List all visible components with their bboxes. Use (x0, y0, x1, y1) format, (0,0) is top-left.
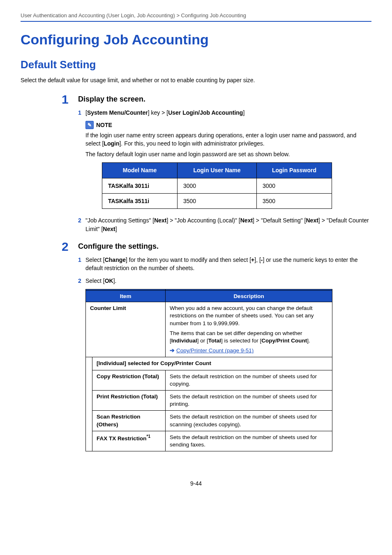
substep-number: 2 (78, 277, 81, 285)
table-row: Counter Limit When you add a new account… (86, 302, 332, 357)
login-th-model: Model Name (102, 163, 178, 178)
substep-number: 1 (78, 256, 81, 264)
step-number: 2 (62, 240, 69, 254)
note-paragraph: If the login user name entry screen appe… (85, 131, 371, 148)
desc-th-item: Item (86, 291, 166, 302)
table-row: Scan Restriction (Others) Sets the defau… (86, 411, 332, 431)
step-title: Configure the settings. (78, 242, 371, 251)
substep-number: 1 (78, 109, 81, 117)
top-divider (21, 21, 371, 22)
step-title: Display the screen. (78, 95, 371, 104)
table-row: TASKalfa 3011i 3000 3000 (102, 178, 332, 193)
note-label: NOTE (96, 121, 112, 129)
note-heading: NOTE (85, 121, 371, 129)
substep-number: 2 (78, 216, 81, 224)
substep-1-1: 1 [System Menu/Counter] key > [User Logi… (78, 109, 371, 117)
intro-text: Select the default value for usage limit… (21, 77, 371, 83)
arrow-icon: ➔ (170, 347, 175, 354)
table-row: Print Restriction (Total) Sets the defau… (86, 391, 332, 411)
login-table: Model Name Login User Name Login Passwor… (102, 162, 332, 209)
cross-ref-link[interactable]: ➔Copy/Printer Count (page 9-51) (170, 347, 328, 354)
step-1: 1 Display the screen. 1 [System Menu/Cou… (78, 95, 371, 233)
note-paragraph-2: The factory default login user name and … (85, 150, 371, 158)
table-row: Copy Restriction (Total) Sets the defaul… (86, 370, 332, 390)
login-th-pass: Login Password (256, 163, 332, 178)
note-icon (85, 121, 94, 129)
substep-1-2: 2 "Job Accounting Settings" [Next] > "Jo… (78, 216, 371, 233)
desc-th-desc: Description (166, 291, 332, 302)
table-subheader-row: [Individual] selected for Copy/Printer C… (86, 357, 332, 370)
page-number: 9-44 (21, 480, 371, 487)
substep-2-1: 1 Select [Change] for the item you want … (78, 256, 371, 273)
breadcrumb: User Authentication and Accounting (User… (21, 12, 371, 18)
note-block: NOTE If the login user name entry screen… (85, 121, 371, 209)
section-title: Default Setting (21, 58, 371, 71)
table-row: FAX TX Restriction*1 Sets the default re… (86, 431, 332, 451)
substep-2-2: 2 Select [OK]. (78, 277, 371, 285)
page-title: Configuring Job Accounting (21, 32, 371, 48)
table-row: TASKalfa 3511i 3500 3500 (102, 194, 332, 209)
login-th-user: Login User Name (178, 163, 257, 178)
step-number: 1 (62, 92, 69, 106)
description-table-main: Item Description Counter Limit When you … (85, 290, 332, 451)
